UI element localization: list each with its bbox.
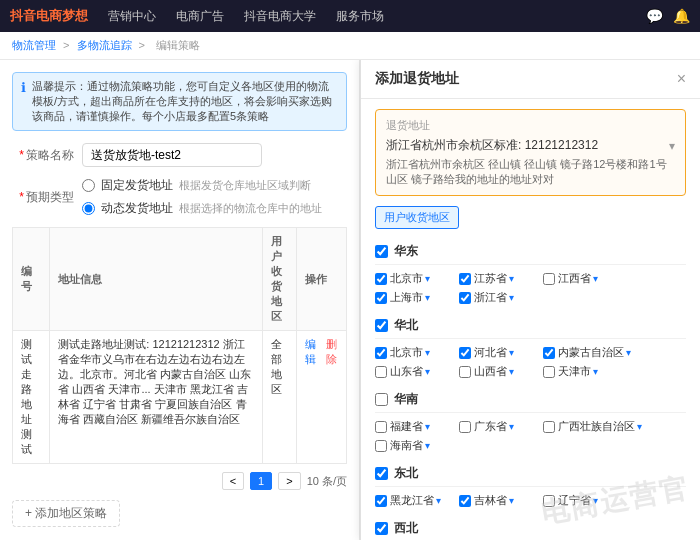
row-address: 测试走路地址测试: 12121212312 浙江省金华市义乌市在右边左边右边右边… (50, 331, 262, 464)
checkbox-bj2[interactable] (375, 347, 387, 359)
radio-dynamic-label: 动态发货地址 (101, 200, 173, 217)
checkbox-jilin[interactable] (459, 495, 471, 507)
name-input[interactable] (82, 143, 262, 167)
checkbox-shanxi[interactable] (459, 366, 471, 378)
list-item: 黑龙江省 ▾ (375, 493, 455, 508)
checkbox-beijing[interactable] (375, 273, 387, 285)
address-select-value: 浙江省杭州市余杭区标准: 12121212312 ▾ (386, 137, 675, 154)
bell-icon[interactable]: 🔔 (673, 8, 690, 24)
radio-dynamic-input[interactable] (82, 202, 95, 215)
region-label-2-1: 广东省 ▾ (474, 419, 514, 434)
region-group-name-4: 西北 (394, 520, 418, 537)
list-item: 广东省 ▾ (459, 419, 539, 434)
address-select-arrow-icon: ▾ (669, 139, 675, 153)
checkbox-hainan[interactable] (375, 440, 387, 452)
chevron-icon[interactable]: ▾ (593, 495, 598, 506)
chevron-icon[interactable]: ▾ (509, 273, 514, 284)
region-group-4: 西北 甘肃省 ▾ 宁夏回族自治... ▾ (375, 516, 686, 540)
chevron-icon[interactable]: ▾ (626, 347, 631, 358)
add-region-btn[interactable]: + 添加地区策略 (12, 500, 120, 527)
region-label-0-2: 江西省 ▾ (558, 271, 598, 286)
region-group-check-3[interactable] (375, 467, 388, 480)
region-group-check-2[interactable] (375, 393, 388, 406)
region-items-1: 北京市 ▾ 河北省 ▾ 内蒙古自治区 ▾ (375, 345, 686, 379)
address-detail: 浙江省杭州市余杭区 径山镇 径山镇 镜子路12号楼和路1号山区 镜子路给我的地址… (386, 157, 675, 187)
app-container: 抖音电商梦想 营销中心 电商广告 抖音电商大学 服务市场 💬 🔔 物流管理 > … (0, 0, 700, 540)
region-items-2: 福建省 ▾ 广东省 ▾ 广西壮族自治区 ▾ (375, 419, 686, 453)
region-group-2: 华南 福建省 ▾ 广东省 ▾ (375, 387, 686, 453)
chevron-icon[interactable]: ▾ (509, 421, 514, 432)
region-label-0-0: 北京市 ▾ (390, 271, 430, 286)
checkbox-guangxi[interactable] (543, 421, 555, 433)
region-group-check-1[interactable] (375, 319, 388, 332)
chevron-icon[interactable]: ▾ (509, 292, 514, 303)
checkbox-shanghai[interactable] (375, 292, 387, 304)
checkbox-guangdong[interactable] (459, 421, 471, 433)
list-item: 浙江省 ▾ (459, 290, 539, 305)
top-nav-right: 💬 🔔 (646, 8, 690, 24)
address-select-label: 退货地址 (386, 118, 675, 133)
col-address: 地址信息 (50, 228, 262, 331)
chevron-icon[interactable]: ▾ (425, 292, 430, 303)
region-group-header-0: 华东 (375, 239, 686, 265)
region-label-1-2: 内蒙古自治区 ▾ (558, 345, 631, 360)
list-item: 内蒙古自治区 ▾ (543, 345, 631, 360)
chevron-icon[interactable]: ▾ (425, 347, 430, 358)
chevron-icon[interactable]: ▾ (509, 347, 514, 358)
nav-item-service[interactable]: 服务市场 (336, 8, 384, 25)
checkbox-neimeng[interactable] (543, 347, 555, 359)
checkbox-fujian[interactable] (375, 421, 387, 433)
region-group-header-1: 华北 (375, 313, 686, 339)
chevron-icon[interactable]: ▾ (509, 366, 514, 377)
checkbox-heilong[interactable] (375, 495, 387, 507)
user-region-button[interactable]: 用户收货地区 (375, 206, 459, 229)
prev-page-btn[interactable]: < (222, 472, 244, 490)
left-panel: ℹ 温馨提示：通过物流策略功能，您可自定义各地区使用的物流模板/方式，超出商品所… (0, 60, 360, 540)
radio-fixed[interactable]: 固定发货地址 根据发货仓库地址区域判断 (82, 177, 322, 194)
chevron-icon[interactable]: ▾ (593, 366, 598, 377)
row-ops: 编辑 删除 (297, 331, 347, 464)
modal-close-button[interactable]: × (677, 70, 686, 88)
region-group-check-4[interactable] (375, 522, 388, 535)
chevron-icon[interactable]: ▾ (509, 495, 514, 506)
col-id: 编号 (13, 228, 50, 331)
edit-link[interactable]: 编辑 (305, 337, 317, 367)
checkbox-zhejiang[interactable] (459, 292, 471, 304)
list-item: 天津市 ▾ (543, 364, 623, 379)
region-group-check-0[interactable] (375, 245, 388, 258)
pagination-row: < 1 > 10 条/页 (12, 472, 347, 490)
radio-dynamic[interactable]: 动态发货地址 根据选择的物流仓库中的地址 (82, 200, 322, 217)
page-1-btn[interactable]: 1 (250, 472, 272, 490)
checkbox-tianjin[interactable] (543, 366, 555, 378)
checkbox-jiangxi[interactable] (543, 273, 555, 285)
checkbox-liaoning[interactable] (543, 495, 555, 507)
chevron-icon[interactable]: ▾ (425, 440, 430, 451)
region-label-1-5: 天津市 ▾ (558, 364, 598, 379)
type-row: 预期类型 固定发货地址 根据发货仓库地址区域判断 动态发货地址 根据选择的物流仓… (12, 177, 347, 217)
nav-item-university[interactable]: 抖音电商大学 (244, 8, 316, 25)
chevron-icon[interactable]: ▾ (425, 273, 430, 284)
type-radio-group: 固定发货地址 根据发货仓库地址区域判断 动态发货地址 根据选择的物流仓库中的地址 (82, 177, 322, 217)
region-label-1-1: 河北省 ▾ (474, 345, 514, 360)
region-label-2-3: 海南省 ▾ (390, 438, 430, 453)
breadcrumb-tracking[interactable]: 多物流追踪 (77, 39, 132, 51)
breadcrumb-logistics[interactable]: 物流管理 (12, 39, 56, 51)
chevron-icon[interactable]: ▾ (637, 421, 642, 432)
list-item: 河北省 ▾ (459, 345, 539, 360)
chevron-icon[interactable]: ▾ (436, 495, 441, 506)
checkbox-hebei[interactable] (459, 347, 471, 359)
checkbox-shandong[interactable] (375, 366, 387, 378)
nav-item-ads[interactable]: 电商广告 (176, 8, 224, 25)
message-icon[interactable]: 💬 (646, 8, 663, 24)
address-select-box[interactable]: 退货地址 浙江省杭州市余杭区标准: 12121212312 ▾ 浙江省杭州市余杭… (375, 109, 686, 196)
next-page-btn[interactable]: > (278, 472, 300, 490)
checkbox-jiangsu[interactable] (459, 273, 471, 285)
chevron-icon[interactable]: ▾ (425, 421, 430, 432)
delete-link[interactable]: 删除 (326, 337, 338, 367)
chevron-icon[interactable]: ▾ (593, 273, 598, 284)
chevron-icon[interactable]: ▾ (425, 366, 430, 377)
breadcrumb-sep2: > (139, 39, 148, 51)
nav-item-marketing[interactable]: 营销中心 (108, 8, 156, 25)
radio-fixed-input[interactable] (82, 179, 95, 192)
main-content: ℹ 温馨提示：通过物流策略功能，您可自定义各地区使用的物流模板/方式，超出商品所… (0, 60, 700, 540)
